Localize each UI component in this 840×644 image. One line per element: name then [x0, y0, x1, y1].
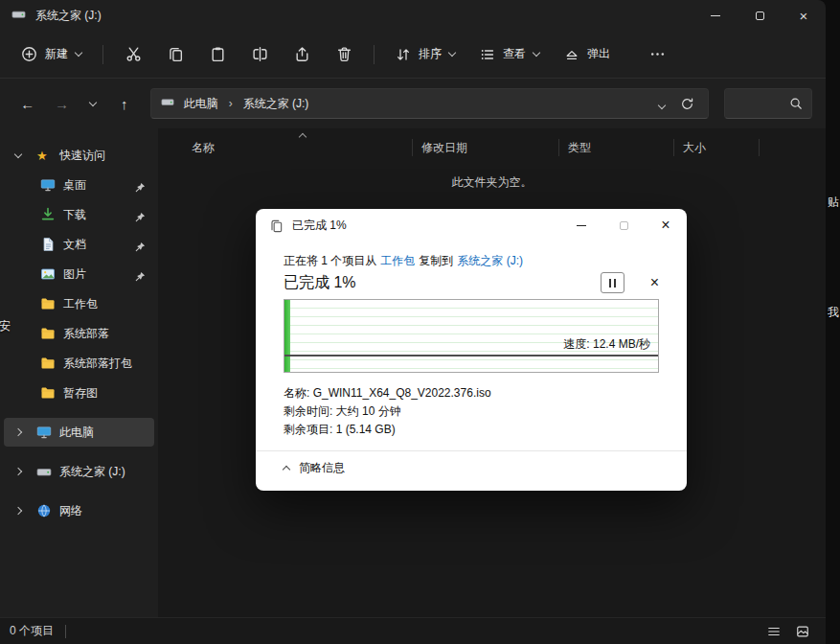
empty-folder-message: 此文件夹为空。	[158, 174, 826, 191]
copy-icon	[168, 46, 184, 62]
rename-button[interactable]	[239, 38, 280, 71]
chevron-down-icon	[533, 49, 540, 57]
this-pc-icon	[36, 425, 59, 440]
eject-icon	[564, 47, 579, 62]
chevron-right-icon[interactable]	[15, 508, 36, 514]
chevron-right-icon[interactable]	[15, 469, 36, 474]
view-label: 查看	[503, 46, 526, 62]
dialog-minimize-button[interactable]	[560, 209, 602, 242]
cancel-copy-button[interactable]: ×	[650, 275, 659, 290]
column-header-type[interactable]: 类型	[568, 140, 591, 156]
column-headers: 名称 修改日期 类型 大小	[158, 136, 826, 159]
sidebar-item-folder[interactable]: 暂存图	[4, 379, 154, 407]
copy-progress-dialog: 已完成 1% × 正在将 1 个项目从 工作包 复制到 系统之家 (J:) 已完…	[256, 209, 687, 491]
view-button[interactable]: 查看	[468, 38, 551, 71]
fewer-details-toggle[interactable]: 简略信息	[284, 460, 345, 476]
new-button[interactable]: 新建	[10, 38, 93, 71]
pictures-icon	[40, 266, 63, 282]
downloads-icon	[40, 207, 63, 222]
desktop-icon	[40, 177, 63, 193]
back-arrow-icon: ←	[20, 96, 34, 112]
thumbnails-view-button[interactable]	[791, 622, 814, 641]
sidebar-item-folder[interactable]: 系统部落	[4, 319, 154, 348]
document-icon	[40, 237, 63, 252]
details-view-icon	[767, 625, 781, 638]
column-header-size[interactable]: 大小	[683, 140, 706, 156]
sort-label: 排序	[419, 46, 442, 62]
sidebar-item-folder[interactable]: 系统部落打包	[4, 349, 154, 378]
up-arrow-icon: ↑	[121, 96, 128, 112]
eject-button[interactable]: 弹出	[553, 38, 622, 71]
sidebar-item-folder[interactable]: 工作包	[4, 289, 154, 318]
breadcrumb-current-drive[interactable]: 系统之家 (J:)	[238, 94, 315, 114]
sidebar-item-pictures[interactable]: 图片	[4, 260, 154, 288]
drive-icon	[11, 7, 26, 25]
column-divider[interactable]	[412, 139, 413, 156]
maximize-button[interactable]	[738, 0, 782, 31]
source-folder-link[interactable]: 工作包	[380, 253, 415, 269]
sidebar-item-drive[interactable]: 系统之家 (J:)	[4, 457, 154, 486]
back-button[interactable]: ←	[13, 89, 42, 118]
toolbar-divider	[102, 45, 103, 64]
address-bar[interactable]: 此电脑 › 系统之家 (J:)	[150, 88, 709, 119]
search-input[interactable]	[734, 97, 789, 110]
transfer-speed-label: 速度: 12.4 MB/秒	[563, 336, 650, 353]
new-label: 新建	[45, 46, 68, 62]
up-button[interactable]: ↑	[110, 89, 139, 118]
thumbnails-view-icon	[796, 625, 809, 638]
forward-button[interactable]: →	[48, 89, 77, 118]
title-bar: 系统之家 (J:) ×	[0, 0, 826, 31]
item-count: 0 个项目	[10, 623, 54, 639]
search-box[interactable]	[724, 88, 812, 119]
refresh-button[interactable]	[680, 97, 694, 111]
sidebar-item-network[interactable]: 网络	[4, 496, 154, 525]
recent-locations-button[interactable]	[81, 89, 104, 118]
minimize-icon	[577, 225, 586, 226]
sidebar-item-quick-access[interactable]: ★ 快速访问	[4, 141, 154, 170]
more-options-button[interactable]	[637, 38, 677, 71]
sort-button[interactable]: 排序	[384, 38, 466, 71]
column-header-name[interactable]: 名称	[192, 140, 215, 156]
destination-drive-link[interactable]: 系统之家 (J:)	[457, 253, 523, 269]
chevron-up-icon	[283, 466, 290, 473]
pause-icon	[609, 279, 611, 288]
column-header-date-modified[interactable]: 修改日期	[421, 140, 467, 156]
paste-button[interactable]	[197, 38, 238, 71]
network-icon	[36, 503, 59, 518]
minimize-button[interactable]	[693, 0, 738, 31]
share-button[interactable]	[282, 38, 322, 71]
sidebar-item-documents[interactable]: 文档	[4, 230, 154, 259]
column-divider[interactable]	[673, 139, 674, 156]
cut-button[interactable]	[113, 38, 153, 71]
chevron-down-icon[interactable]	[15, 154, 36, 157]
status-bar: 0 个项目	[0, 617, 826, 644]
details-view-button[interactable]	[762, 622, 785, 641]
transfer-details: 名称: G_WIN11_X64_Q8_V2022.376.iso 剩余时间: 大…	[284, 384, 491, 439]
column-divider[interactable]	[759, 139, 760, 156]
delete-button[interactable]	[324, 38, 364, 71]
address-dropdown-button[interactable]	[659, 95, 665, 112]
progress-heading: 已完成 1%	[284, 273, 356, 293]
pin-icon	[135, 239, 146, 256]
sidebar-item-downloads[interactable]: 下载	[4, 200, 154, 229]
sort-ascending-indicator	[299, 133, 306, 141]
dialog-close-button[interactable]: ×	[645, 209, 687, 242]
dialog-body: 正在将 1 个项目从 工作包 复制到 系统之家 (J:) 已完成 1% × 速度…	[256, 242, 687, 491]
sidebar-item-desktop[interactable]: 桌面	[4, 171, 154, 199]
transfer-speed-chart: 速度: 12.4 MB/秒	[284, 299, 659, 373]
sort-icon	[396, 47, 411, 62]
refresh-icon	[680, 97, 694, 111]
copy-button[interactable]	[155, 38, 195, 71]
sidebar-item-this-pc[interactable]: 此电脑	[4, 418, 154, 447]
drive-icon	[161, 95, 174, 112]
folder-icon	[40, 385, 63, 401]
pause-button[interactable]	[601, 272, 624, 293]
chart-baseline	[284, 355, 658, 356]
trash-icon	[336, 46, 352, 62]
share-icon	[294, 46, 310, 62]
column-divider[interactable]	[558, 139, 559, 156]
dialog-maximize-button[interactable]	[602, 209, 645, 242]
breadcrumb-this-pc[interactable]: 此电脑	[178, 94, 224, 114]
close-button[interactable]: ×	[782, 0, 826, 31]
chevron-right-icon[interactable]	[15, 429, 36, 435]
